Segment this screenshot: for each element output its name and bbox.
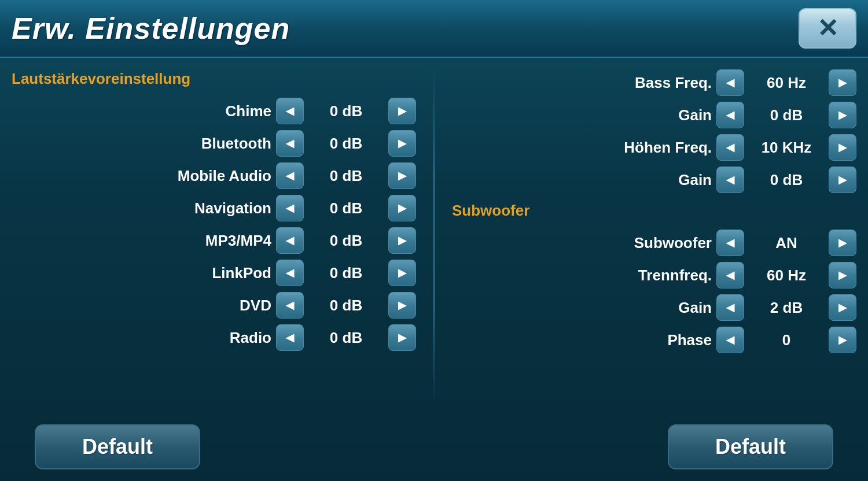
row-value: 0 dB	[308, 232, 384, 250]
decrement-button[interactable]: ◀	[276, 130, 304, 157]
decrement-button[interactable]: ◀	[716, 134, 744, 161]
row-label: Gain	[596, 299, 712, 317]
arrow-left-icon: ◀	[286, 169, 294, 182]
row-value: 2 dB	[749, 299, 824, 317]
row-label: DVD	[156, 297, 271, 314]
table-row: Gain ◀ 2 dB ▶	[452, 291, 856, 324]
table-row: Phase ◀ 0 ▶	[452, 324, 856, 356]
decrement-button[interactable]: ◀	[716, 102, 744, 128]
header: Erw. Einstellungen ✕	[0, 0, 868, 58]
row-value: 60 Hz	[749, 74, 824, 92]
footer: Default Default	[0, 416, 868, 481]
settings-screen: Erw. Einstellungen ✕ Lautstärkevoreinste…	[0, 0, 868, 481]
decrement-button[interactable]: ◀	[276, 260, 304, 286]
increment-button[interactable]: ▶	[829, 102, 856, 128]
close-icon: ✕	[817, 16, 838, 41]
row-value: 0 dB	[749, 171, 824, 189]
increment-button[interactable]: ▶	[829, 69, 856, 96]
arrow-left-icon: ◀	[726, 334, 734, 346]
subwoofer-title: Subwoofer	[452, 198, 856, 223]
right-rows-top: Bass Freq. ◀ 60 Hz ▶ Gain ◀ 0 dB ▶ Höhen…	[452, 66, 856, 196]
decrement-button[interactable]: ◀	[716, 69, 744, 96]
increment-button[interactable]: ▶	[388, 162, 416, 189]
increment-button[interactable]: ▶	[829, 294, 856, 321]
decrement-button[interactable]: ◀	[276, 227, 304, 254]
increment-button[interactable]: ▶	[388, 292, 416, 319]
table-row: Trennfreq. ◀ 60 Hz ▶	[452, 259, 856, 291]
row-label: Subwoofer	[596, 234, 712, 252]
row-value: 0	[749, 331, 824, 349]
arrow-left-icon: ◀	[726, 109, 734, 121]
arrow-right-icon: ▶	[398, 169, 406, 182]
increment-button[interactable]: ▶	[388, 195, 416, 221]
arrow-right-icon: ▶	[838, 269, 847, 282]
arrow-right-icon: ▶	[398, 137, 406, 150]
row-label: LinkPod	[156, 264, 271, 282]
arrow-left-icon: ◀	[726, 141, 734, 154]
table-row: Höhen Freq. ◀ 10 KHz ▶	[452, 131, 856, 164]
left-section-title: Lautstärkevoreinstellung	[12, 66, 416, 91]
row-value: 10 KHz	[749, 139, 824, 157]
table-row: Bluetooth ◀ 0 dB ▶	[12, 127, 416, 160]
decrement-button[interactable]: ◀	[276, 195, 304, 221]
right-default-button[interactable]: Default	[668, 424, 833, 469]
table-row: MP3/MP4 ◀ 0 dB ▶	[12, 224, 416, 257]
row-value: 0 dB	[308, 102, 384, 120]
increment-button[interactable]: ▶	[829, 262, 856, 288]
table-row: DVD ◀ 0 dB ▶	[12, 289, 416, 321]
row-label: Mobile Audio	[156, 167, 271, 185]
row-label: Gain	[596, 106, 712, 124]
increment-button[interactable]: ▶	[388, 324, 416, 351]
decrement-button[interactable]: ◀	[716, 327, 744, 353]
arrow-right-icon: ▶	[838, 76, 847, 89]
arrow-right-icon: ▶	[838, 141, 847, 154]
left-panel: Lautstärkevoreinstellung Chime ◀ 0 dB ▶ …	[12, 66, 416, 407]
row-label: MP3/MP4	[156, 232, 271, 250]
row-label: Bluetooth	[156, 135, 271, 153]
page-title: Erw. Einstellungen	[12, 11, 290, 46]
increment-button[interactable]: ▶	[829, 134, 856, 161]
increment-button[interactable]: ▶	[829, 166, 856, 193]
arrow-left-icon: ◀	[286, 331, 294, 344]
row-value: AN	[749, 234, 824, 252]
arrow-left-icon: ◀	[726, 173, 734, 186]
increment-button[interactable]: ▶	[388, 227, 416, 254]
row-label: Gain	[596, 171, 712, 189]
arrow-left-icon: ◀	[726, 236, 734, 249]
panel-divider	[433, 66, 435, 407]
arrow-right-icon: ▶	[838, 173, 847, 186]
decrement-button[interactable]: ◀	[716, 294, 744, 321]
increment-button[interactable]: ▶	[388, 98, 416, 124]
decrement-button[interactable]: ◀	[716, 262, 744, 288]
decrement-button[interactable]: ◀	[276, 162, 304, 189]
increment-button[interactable]: ▶	[388, 130, 416, 157]
table-row: Radio ◀ 0 dB ▶	[12, 321, 416, 354]
decrement-button[interactable]: ◀	[276, 98, 304, 124]
arrow-right-icon: ▶	[838, 236, 847, 249]
table-row: Chime ◀ 0 dB ▶	[12, 95, 416, 127]
increment-button[interactable]: ▶	[388, 260, 416, 286]
decrement-button[interactable]: ◀	[716, 166, 744, 193]
increment-button[interactable]: ▶	[829, 327, 856, 353]
row-label: Bass Freq.	[596, 74, 712, 92]
arrow-left-icon: ◀	[726, 76, 734, 89]
table-row: Navigation ◀ 0 dB ▶	[12, 192, 416, 224]
row-value: 0 dB	[308, 264, 384, 282]
arrow-right-icon: ▶	[398, 234, 406, 247]
row-label: Phase	[596, 331, 712, 349]
table-row: Gain ◀ 0 dB ▶	[452, 99, 856, 131]
row-value: 0 dB	[308, 199, 384, 217]
decrement-button[interactable]: ◀	[276, 324, 304, 351]
table-row: Subwoofer ◀ AN ▶	[452, 227, 856, 259]
arrow-right-icon: ▶	[398, 202, 406, 214]
left-default-button[interactable]: Default	[35, 424, 200, 469]
row-value: 0 dB	[308, 167, 384, 185]
decrement-button[interactable]: ◀	[276, 292, 304, 319]
increment-button[interactable]: ▶	[829, 230, 856, 256]
close-button[interactable]: ✕	[799, 8, 856, 49]
row-label: Navigation	[156, 199, 271, 217]
row-label: Chime	[156, 102, 271, 120]
arrow-left-icon: ◀	[726, 269, 734, 282]
decrement-button[interactable]: ◀	[716, 230, 744, 256]
table-row: Bass Freq. ◀ 60 Hz ▶	[452, 66, 856, 99]
